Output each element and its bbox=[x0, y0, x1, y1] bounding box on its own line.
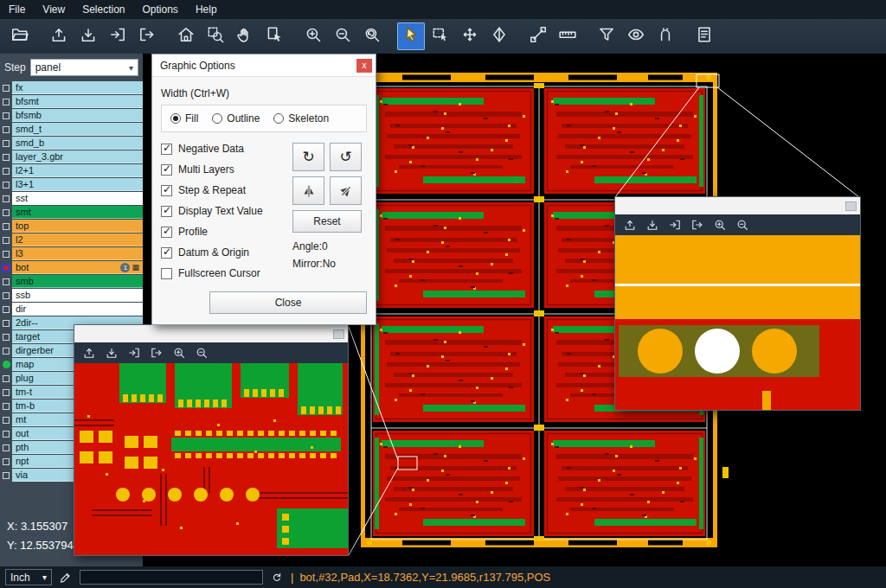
layer-name[interactable]: l3+1 bbox=[12, 178, 143, 191]
import-down-button[interactable] bbox=[104, 345, 119, 361]
layer-row-layer_3.gbr[interactable]: layer_3.gbr bbox=[0, 150, 143, 163]
import-down-button[interactable] bbox=[74, 22, 102, 50]
zoom-in-button[interactable] bbox=[712, 217, 728, 233]
export-right-button[interactable] bbox=[133, 22, 161, 50]
import-down-button[interactable] bbox=[645, 217, 660, 233]
layer-name[interactable]: layer_3.gbr bbox=[12, 150, 143, 163]
zoom-previous-button[interactable] bbox=[358, 22, 386, 50]
layer-row-l2+1[interactable]: l2+1 bbox=[0, 164, 143, 177]
layer-name[interactable]: smb bbox=[12, 275, 143, 288]
layer-row-smd_t[interactable]: smd_t bbox=[0, 123, 143, 136]
layer-row-smt[interactable]: smt bbox=[0, 206, 143, 219]
layer-name[interactable]: top bbox=[12, 220, 143, 233]
reset-button[interactable]: Reset bbox=[292, 210, 362, 233]
pan-hand-button[interactable] bbox=[231, 22, 259, 50]
layer-checkbox[interactable] bbox=[0, 178, 12, 191]
layer-row-smb[interactable]: smb bbox=[0, 275, 143, 288]
checkbox-datum-origin[interactable]: Datum & Origin bbox=[161, 246, 286, 259]
layer-checkbox[interactable] bbox=[0, 109, 12, 122]
layer-checkbox[interactable] bbox=[0, 164, 12, 177]
layer-row-l3+1[interactable]: l3+1 bbox=[0, 178, 143, 191]
magnifier-2-titlebar[interactable] bbox=[615, 197, 860, 214]
layer-row-smd_b[interactable]: smd_b bbox=[0, 137, 143, 150]
view-options-button[interactable] bbox=[622, 22, 650, 50]
layer-name[interactable]: l2+1 bbox=[12, 164, 143, 177]
export-up-button[interactable] bbox=[45, 22, 73, 50]
radio-skeleton[interactable]: Skeleton bbox=[273, 112, 329, 125]
ruler-button[interactable] bbox=[554, 22, 581, 50]
layer-checkbox[interactable] bbox=[0, 469, 12, 482]
layer-checkbox[interactable] bbox=[0, 303, 12, 316]
zoom-window-button[interactable] bbox=[202, 22, 229, 50]
checkbox-negative-data[interactable]: Negative Data bbox=[161, 143, 286, 155]
move-selection-button[interactable] bbox=[456, 22, 484, 50]
checkbox-profile[interactable]: Profile bbox=[161, 226, 286, 238]
menu-help[interactable]: Help bbox=[187, 1, 226, 18]
layer-row-l3[interactable]: l3 bbox=[0, 247, 143, 260]
checkbox-fullscreen-cursor[interactable]: Fullscreen Cursor bbox=[161, 267, 286, 279]
zoom-out-button[interactable] bbox=[194, 345, 209, 361]
layer-active-marker[interactable] bbox=[0, 261, 12, 274]
layer-name[interactable]: bfsmt bbox=[12, 95, 143, 108]
unit-select[interactable]: Inch ▾ bbox=[5, 569, 52, 585]
dialog-titlebar[interactable]: Graphic Options x bbox=[152, 54, 376, 77]
layer-row-bfsmt[interactable]: bfsmt bbox=[0, 95, 143, 108]
layer-checkbox[interactable] bbox=[0, 316, 12, 329]
layer-checkbox[interactable] bbox=[0, 413, 12, 426]
checkbox-multi-layers[interactable]: Multi Layers bbox=[161, 163, 286, 176]
magnifier-1-minimize-button[interactable] bbox=[333, 329, 344, 339]
layer-name[interactable]: l3 bbox=[12, 247, 143, 260]
layer-checkbox[interactable] bbox=[0, 220, 12, 233]
layer-checkbox[interactable] bbox=[0, 441, 12, 454]
layer-name[interactable]: smd_t bbox=[12, 123, 143, 136]
layer-row-bfsmb[interactable]: bfsmb bbox=[0, 109, 143, 122]
zoom-out-button[interactable] bbox=[329, 22, 356, 50]
mirror-diagonal-button[interactable] bbox=[330, 176, 362, 205]
layer-name[interactable]: l2 bbox=[12, 233, 143, 246]
layer-row-l2[interactable]: l2 bbox=[0, 233, 143, 246]
export-right-button[interactable] bbox=[690, 217, 705, 233]
checkbox-display-text-value[interactable]: Display Text Value bbox=[161, 205, 286, 217]
step-select[interactable]: panel ▾ bbox=[30, 59, 138, 76]
import-left-button[interactable] bbox=[104, 22, 132, 50]
layer-checkbox[interactable] bbox=[0, 123, 12, 136]
layer-name[interactable]: dir bbox=[12, 303, 143, 316]
layer-checkbox[interactable] bbox=[0, 427, 12, 440]
layer-row-bot[interactable]: bot1▦ bbox=[0, 261, 143, 274]
zoom-out-button[interactable] bbox=[735, 217, 750, 233]
layer-row-top[interactable]: top bbox=[0, 220, 143, 233]
layer-row-dir[interactable]: dir bbox=[0, 303, 143, 316]
layer-checkbox[interactable] bbox=[0, 206, 12, 219]
command-input[interactable] bbox=[80, 570, 263, 585]
radio-outline[interactable]: Outline bbox=[212, 112, 260, 125]
layer-name[interactable]: smd_b bbox=[12, 137, 143, 150]
layer-name[interactable]: sst bbox=[12, 192, 143, 205]
open-folder-button[interactable] bbox=[6, 22, 34, 50]
layer-name[interactable]: ssb bbox=[12, 289, 143, 302]
menu-options[interactable]: Options bbox=[134, 1, 187, 18]
export-right-button[interactable] bbox=[149, 345, 164, 361]
home-button[interactable] bbox=[172, 22, 200, 50]
checkbox-step-repeat[interactable]: Step & Repeat bbox=[161, 184, 286, 196]
layer-checkbox[interactable] bbox=[0, 247, 12, 260]
measure-distance-button[interactable] bbox=[524, 22, 552, 50]
layer-checkbox[interactable] bbox=[0, 386, 12, 399]
menu-view[interactable]: View bbox=[34, 1, 74, 18]
layer-checkbox[interactable] bbox=[0, 95, 12, 108]
layer-checkbox[interactable] bbox=[0, 137, 12, 150]
layer-checkbox[interactable] bbox=[0, 81, 12, 94]
pointer-button[interactable] bbox=[397, 22, 425, 50]
layer-checkbox[interactable] bbox=[0, 372, 12, 385]
menu-selection[interactable]: Selection bbox=[74, 1, 133, 18]
layer-row-fx[interactable]: fx bbox=[0, 81, 143, 94]
layer-name[interactable]: bfsmb bbox=[12, 109, 143, 122]
layer-checkbox[interactable] bbox=[0, 192, 12, 205]
layer-checkbox[interactable] bbox=[0, 233, 12, 246]
magnifier-2-minimize-button[interactable] bbox=[845, 201, 857, 211]
zoom-in-button[interactable] bbox=[171, 345, 187, 361]
magnifier-1-titlebar[interactable] bbox=[74, 325, 348, 342]
report-button[interactable] bbox=[690, 22, 718, 50]
layer-checkbox[interactable] bbox=[0, 275, 12, 288]
layer-name[interactable]: bot1▦ bbox=[12, 261, 143, 274]
rotate-ccw-button[interactable]: ↺ bbox=[330, 143, 362, 171]
